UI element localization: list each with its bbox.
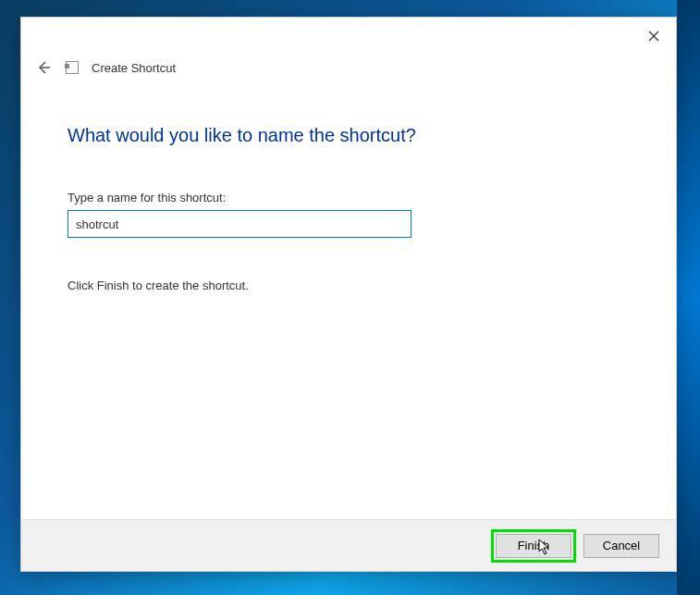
desktop-background-stripe (677, 0, 700, 595)
back-button[interactable] (34, 58, 53, 77)
close-button[interactable] (645, 27, 663, 45)
finish-highlight-box: Finish (491, 529, 576, 563)
cancel-button[interactable]: Cancel (583, 534, 659, 558)
create-shortcut-wizard: Create Shortcut What would you like to n… (20, 17, 677, 572)
page-heading: What would you like to name the shortcut… (68, 125, 630, 146)
button-bar: Finish Cancel (21, 519, 676, 571)
back-arrow-icon (36, 60, 51, 75)
close-icon (648, 31, 659, 42)
shortcut-name-input[interactable] (68, 210, 411, 238)
instruction-text: Click Finish to create the shortcut. (68, 279, 630, 292)
wizard-header: Create Shortcut (21, 55, 676, 81)
window-titlebar (21, 18, 676, 55)
finish-button[interactable]: Finish (496, 534, 571, 558)
wizard-title: Create Shortcut (92, 61, 176, 75)
shortcut-icon (66, 61, 79, 74)
wizard-content: What would you like to name the shortcut… (21, 81, 676, 519)
shortcut-name-label: Type a name for this shortcut: (68, 191, 630, 205)
